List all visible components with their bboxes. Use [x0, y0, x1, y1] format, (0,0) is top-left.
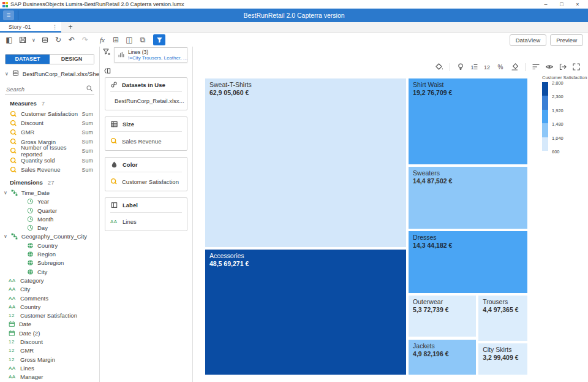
dimension-row[interactable]: 12Customer Satisfaction — [0, 311, 99, 319]
preview-button[interactable]: Preview — [550, 34, 583, 46]
dimension-child-row[interactable]: Region — [0, 250, 99, 258]
number-format-icon[interactable]: 12 — [483, 63, 492, 71]
card-item[interactable]: AALines — [110, 213, 182, 228]
legend-label: 1,480 — [552, 121, 564, 127]
percentage-icon[interactable]: % — [497, 63, 505, 71]
show-hide-icon[interactable] — [545, 63, 554, 71]
legend-label: 2,800 — [552, 80, 564, 86]
dimension-row[interactable]: AACategory — [0, 276, 99, 285]
dimension-child-row[interactable]: City — [0, 267, 99, 276]
dimension-hierarchy-row[interactable]: ∨Time_Date — [0, 188, 99, 197]
formula-icon[interactable]: fx — [97, 34, 108, 45]
redo-icon[interactable]: ↷ — [80, 34, 91, 45]
dimension-hierarchy-row[interactable]: ∨Geography_Country_City — [0, 232, 99, 241]
measure-name: Customer Satisfaction — [21, 110, 78, 117]
duplicate-icon[interactable]: ⧉ — [137, 34, 148, 45]
dimension-row[interactable]: 12Gross Margin — [0, 355, 99, 364]
smart-insights-icon[interactable] — [456, 63, 465, 71]
treemap-tile[interactable]: Trousers4,4 97,365 € — [478, 295, 528, 342]
dataset-row[interactable]: ∨ BestRunCorp_Retail.xlsx/Sheet1 — [0, 64, 99, 78]
card-item[interactable]: Sales Revenue — [110, 132, 182, 148]
dimension-child-row[interactable]: Month — [0, 215, 99, 223]
card-item[interactable]: BestRunCorp_Retail.xlsx... — [110, 92, 182, 107]
dimension-row[interactable]: AAComments — [0, 294, 99, 302]
treemap-tile[interactable]: Sweat-T-Shirts62,9 05,060 € — [205, 78, 407, 248]
filter-chip-lines[interactable]: Lines (3) !=City Trousers, Leather, Ov..… — [114, 47, 187, 63]
add-filter-button[interactable] — [102, 47, 111, 58]
treemap-tile[interactable]: Accessories48,5 69,271 € — [205, 249, 407, 375]
treemap-tile[interactable]: Jackets4,9 82,196 € — [408, 339, 477, 375]
measure-row[interactable]: GMRSum — [0, 128, 99, 137]
dimension-name: Geography_Country_City — [21, 233, 87, 240]
clear-format-icon[interactable] — [510, 63, 519, 71]
treemap-tile[interactable]: Shirt Waist19,2 76,709 € — [408, 78, 528, 165]
dimension-name: Category — [20, 277, 44, 284]
dimension-child-row[interactable]: Year — [0, 197, 99, 206]
refresh-icon[interactable]: ↻ — [53, 34, 64, 45]
dimension-row[interactable]: Date (2) — [0, 329, 99, 337]
numeric-dimension-icon: 12 — [9, 348, 17, 353]
collapse-sidebar-icon[interactable]: ◧ — [4, 34, 15, 45]
dimension-child-row[interactable]: Country — [0, 241, 99, 250]
dimension-row[interactable]: 12GMR — [0, 346, 99, 355]
measure-icon — [10, 129, 17, 136]
undo-icon[interactable]: ↶ — [66, 34, 77, 45]
dataset-name: BestRunCorp_Retail.xlsx/Sheet1 — [23, 71, 100, 77]
measure-row[interactable]: Sales RevenueSum — [0, 165, 99, 174]
measure-row[interactable]: Quantity soldSum — [0, 156, 99, 165]
window-title: SAP BusinessObjects Lumira-BestRunRetail… — [10, 1, 535, 7]
search-input[interactable] — [5, 85, 94, 94]
dataview-button[interactable]: DataView — [510, 34, 547, 46]
dimension-row[interactable]: Date — [0, 320, 99, 329]
maximize-icon[interactable] — [572, 63, 581, 71]
builder-cards: Datasets in UseBestRunCorp_Retail.xlsx..… — [100, 77, 192, 231]
measure-row[interactable]: Customer SatisfactionSum — [0, 109, 99, 118]
refresh-dataset-icon[interactable] — [39, 34, 50, 45]
measure-row[interactable]: DiscountSum — [0, 118, 99, 128]
measure-row[interactable]: Number of Issues reportedSum — [0, 147, 99, 156]
tab-menu-icon[interactable]: ⋮ — [52, 24, 58, 30]
dimension-row[interactable]: AACity — [0, 285, 99, 294]
dimension-child-row[interactable]: Subregion — [0, 259, 99, 267]
treemap-tile[interactable]: Sweaters14,4 87,502 € — [408, 166, 528, 229]
rank-icon[interactable]: 1 — [470, 63, 478, 71]
card-item[interactable]: Customer Satisfaction — [110, 172, 182, 188]
measure-name: GMR — [21, 129, 34, 136]
chevron-down-icon[interactable]: ∨ — [4, 190, 7, 196]
collapse-panel-button[interactable] — [104, 66, 192, 75]
dimension-row[interactable]: AACountry — [0, 302, 99, 311]
export-icon[interactable] — [559, 63, 567, 71]
dimension-row[interactable]: 12Discount — [0, 337, 99, 346]
chevron-down-icon[interactable]: ∨ — [4, 234, 7, 239]
add-tab-button[interactable]: + — [61, 22, 80, 32]
close-button[interactable]: × — [570, 1, 586, 7]
minimize-button[interactable]: – — [538, 1, 554, 7]
add-view-icon[interactable]: ⊞ — [110, 34, 121, 45]
maximize-button[interactable]: □ — [554, 1, 570, 7]
svg-text:1: 1 — [471, 64, 474, 71]
tab-story-01[interactable]: Story -01 ⋮ — [0, 22, 61, 32]
treemap-tile[interactable]: City Skirts3,2 99,409 € — [478, 343, 528, 375]
fill-format-icon[interactable] — [435, 63, 443, 71]
save-options-chevron-icon[interactable]: ∨ — [31, 34, 37, 45]
sort-icon[interactable] — [532, 63, 540, 71]
grid-icon — [110, 120, 118, 128]
treemap-chart: Sweat-T-Shirts62,9 05,060 €Accessories48… — [205, 78, 528, 375]
filter-icon[interactable] — [153, 34, 165, 45]
tile-value: 14,3 44,182 € — [413, 242, 523, 250]
split-view-icon[interactable]: ◫ — [124, 34, 135, 45]
tab-design[interactable]: DESIGN — [50, 55, 94, 64]
card-title-label: Datasets in Use — [122, 82, 165, 88]
numeric-dimension-icon: 12 — [9, 313, 17, 318]
aggregation-label: Sum — [81, 158, 99, 164]
dimension-child-row[interactable]: Quarter — [0, 206, 99, 215]
dimension-child-row[interactable]: Day — [0, 224, 99, 232]
tab-dataset[interactable]: DATASET — [6, 55, 50, 64]
treemap-tile[interactable]: Outerwear5,3 72,739 € — [408, 295, 477, 337]
window-titlebar: SAP BusinessObjects Lumira-BestRunRetail… — [0, 0, 588, 9]
save-icon[interactable] — [17, 34, 28, 45]
treemap-tile[interactable]: Dresses14,3 44,182 € — [408, 231, 528, 294]
dimension-row[interactable]: AAManager — [0, 373, 99, 381]
measure-icon — [10, 120, 17, 127]
dimension-row[interactable]: AALines — [0, 364, 99, 372]
